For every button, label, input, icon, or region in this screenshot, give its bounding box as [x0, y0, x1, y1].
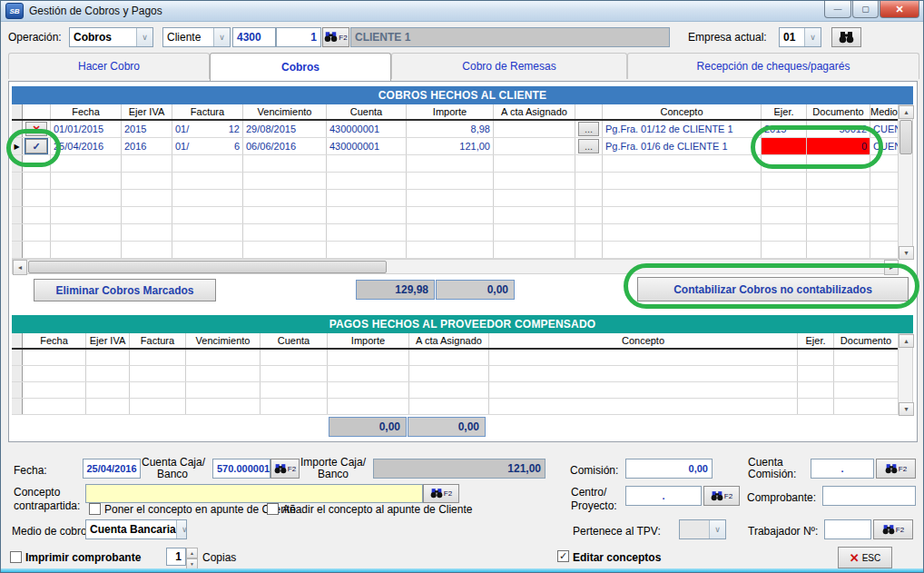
comprobante-input[interactable]: [822, 486, 916, 506]
search-concepto-button[interactable]: F2: [423, 484, 459, 503]
copias-input[interactable]: 1: [166, 548, 186, 566]
cobros-hscrollbar[interactable]: ◂ ▸: [12, 259, 898, 274]
spin-up-icon[interactable]: ▲: [186, 548, 198, 558]
imprimir-checkbox[interactable]: [10, 551, 22, 563]
cross-icon: ✕: [850, 551, 860, 565]
esc-button[interactable]: ✕ ESC: [838, 547, 892, 568]
col-importe: Importe: [328, 333, 409, 348]
col-fecha: Fecha: [23, 333, 86, 348]
maximize-button[interactable]: ▢: [852, 1, 879, 18]
cuenta-comision-input[interactable]: .: [811, 459, 874, 479]
col-concepto: Concepto: [489, 333, 798, 348]
account-number-input[interactable]: 1: [276, 27, 321, 47]
cobros-vscrollbar[interactable]: ▴ ▾: [898, 104, 913, 259]
f2-label: F2: [896, 526, 904, 534]
minimize-icon: —: [834, 5, 842, 14]
cuenta-comision-label: CuentaComisión:: [748, 457, 796, 480]
cobros-column-header: Fecha Ejer IVA Factura Vencimiento Cuent…: [12, 104, 898, 121]
operation-select[interactable]: Cobros ∨: [69, 27, 153, 47]
cobros-row-2[interactable]: ▶ ✓ 25/04/2016 2016 01/6 06/06/2016 4300…: [12, 138, 898, 155]
concepto-input[interactable]: [85, 484, 423, 503]
pagos-vscrollbar[interactable]: ▴ ▾: [898, 333, 913, 415]
col-concepto: Concepto: [603, 104, 762, 119]
comision-input[interactable]: 0,00: [625, 459, 713, 479]
col-cuenta: Cuenta: [260, 333, 328, 348]
cobros-row-1[interactable]: ✕ 01/01/2015 2015 01/12 29/08/2015 43000…: [12, 121, 898, 138]
ellipsis-button[interactable]: ...: [578, 122, 599, 136]
operation-label: Operación:: [8, 31, 62, 44]
party-type-select[interactable]: Cliente ∨: [162, 27, 231, 47]
empty-row: [12, 382, 898, 399]
ellipsis-button[interactable]: ...: [578, 139, 599, 153]
mark-checkbox-button[interactable]: ✓: [25, 139, 47, 153]
scroll-left-icon[interactable]: ◂: [13, 260, 27, 275]
anadir-concepto-checkbox[interactable]: [267, 503, 279, 515]
scroll-up-icon[interactable]: ▴: [899, 105, 914, 119]
scroll-thumb[interactable]: [899, 120, 912, 154]
esc-label: ESC: [862, 553, 881, 563]
search-client-button[interactable]: F2: [322, 27, 349, 47]
comprobante-label: Comprobante:: [747, 491, 816, 504]
client-name-field: CLIENTE 1: [350, 27, 670, 47]
cobros-total-acta: 0,00: [436, 280, 515, 300]
col-acta: A cta Asignado: [494, 104, 575, 119]
maximize-icon: ▢: [861, 5, 870, 14]
search-company-button[interactable]: [831, 27, 861, 47]
search-centro-button[interactable]: F2: [703, 486, 740, 506]
tab-cobros[interactable]: Cobros: [210, 53, 391, 81]
scroll-down-icon[interactable]: ▾: [899, 402, 914, 416]
medio-cobro-value: Cuenta Bancaria: [90, 523, 176, 536]
editar-conceptos-checkbox[interactable]: ✓: [557, 550, 569, 562]
cobros-empty-rows: [12, 155, 898, 259]
empty-row: [12, 207, 898, 224]
pagos-total-importe: 0,00: [329, 417, 407, 437]
close-button[interactable]: ✕: [880, 1, 919, 18]
fecha-input[interactable]: 25/04/2016: [83, 459, 141, 479]
party-type-value: Cliente: [167, 31, 201, 44]
unmark-button[interactable]: ✕: [25, 122, 47, 136]
tab-hacer-cobro[interactable]: Hacer Cobro: [8, 53, 210, 79]
trabajador-label: Trabajador Nº:: [748, 525, 818, 538]
anadir-concepto-label: Añadir el concepto al apunte de Cliente: [282, 503, 472, 516]
centro-proyecto-input[interactable]: .: [625, 486, 702, 506]
search-cuenta-caja-button[interactable]: F2: [270, 459, 300, 479]
fecha-label: Fecha:: [14, 464, 47, 477]
tab-cobro-remesas[interactable]: Cobro de Remesas: [391, 53, 627, 79]
search-trabajador-button[interactable]: F2: [873, 519, 913, 539]
cobros-table-title: COBROS HECHOS AL CLIENTE: [12, 86, 913, 104]
eliminar-cobros-button[interactable]: Eliminar Cobros Marcados: [34, 279, 216, 301]
medio-cobro-select[interactable]: Cuenta Bancaria ∨: [85, 519, 187, 539]
empty-row: [12, 173, 898, 190]
cobros-total-importe: 129,98: [356, 280, 435, 300]
cuenta-caja-label: Cuenta Caja/Banco: [142, 457, 203, 480]
scroll-right-icon[interactable]: ▸: [884, 260, 899, 275]
tpv-select[interactable]: ∨: [679, 519, 726, 539]
col-documento: Documento: [834, 333, 898, 348]
importe-caja-label: Importe Caja/Banco: [300, 457, 366, 480]
title-bar[interactable]: SB Gestión de Cobros y Pagos: [1, 1, 923, 22]
company-value: 01: [783, 31, 795, 44]
scroll-thumb[interactable]: [28, 261, 387, 273]
empty-row: [12, 366, 898, 382]
binoculars-icon: [885, 464, 898, 474]
company-select[interactable]: 01 ∨: [779, 27, 821, 47]
trabajador-input[interactable]: [824, 519, 871, 539]
poner-concepto-checkbox[interactable]: [89, 503, 101, 515]
company-label: Empresa actual:: [688, 31, 767, 44]
cuenta-caja-input[interactable]: 570.000001: [212, 459, 270, 479]
scroll-down-icon[interactable]: ▾: [899, 246, 914, 260]
tpv-label: Pertenece al TPV:: [573, 525, 661, 538]
pagos-table-title: PAGOS HECHOS AL PROVEEDOR COMPENSADO: [12, 315, 913, 333]
copias-stepper[interactable]: ▲ ▼: [186, 548, 198, 566]
account-code-input[interactable]: 4300: [232, 27, 276, 47]
search-cuenta-comision-button[interactable]: F2: [876, 459, 916, 479]
col-documento: Documento: [807, 104, 870, 119]
chevron-down-icon: ∨: [213, 28, 230, 46]
minimize-button[interactable]: —: [824, 1, 851, 18]
centro-proyecto-label: Centro/Proyecto:: [571, 486, 617, 513]
contabilizar-cobros-button[interactable]: Contabilizar Cobros no contabilizados: [637, 277, 909, 301]
tab-recepcion-cheques[interactable]: Recepción de cheques/pagarés: [627, 53, 919, 79]
col-fecha: Fecha: [51, 104, 122, 119]
scroll-up-icon[interactable]: ▴: [899, 334, 914, 348]
f2-label: F2: [724, 492, 732, 500]
